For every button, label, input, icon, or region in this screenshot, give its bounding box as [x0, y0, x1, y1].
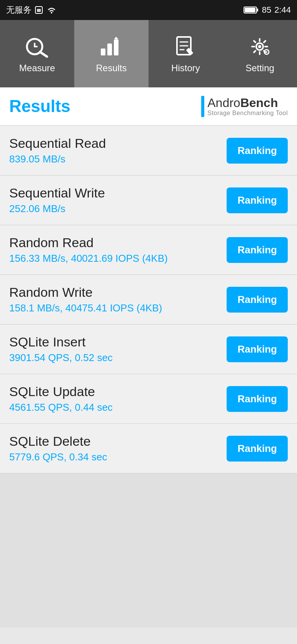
result-value: 839.05 MB/s	[9, 153, 227, 165]
svg-line-29	[254, 51, 255, 52]
svg-rect-4	[257, 8, 258, 12]
ranking-button[interactable]: Ranking	[227, 287, 288, 313]
results-title: Results	[9, 97, 70, 116]
ranking-button[interactable]: Ranking	[227, 386, 288, 412]
nav-item-results[interactable]: Results	[74, 20, 148, 87]
nav-bar: Measure Results	[0, 20, 297, 87]
result-name: SQLite Insert	[9, 335, 227, 350]
result-name: Random Write	[9, 285, 227, 300]
result-row: SQLite Insert3901.54 QPS, 0.52 secRankin…	[0, 325, 297, 374]
time: 2:44	[274, 5, 291, 15]
result-row: Sequential Write252.06 MB/sRanking	[0, 176, 297, 225]
brand-bar	[201, 96, 204, 117]
svg-rect-1	[37, 9, 41, 12]
result-name: Sequential Read	[9, 136, 227, 151]
result-value: 156.33 MB/s, 40021.69 IOPS (4KB)	[9, 253, 227, 264]
svg-point-31	[266, 51, 267, 53]
nav-item-history[interactable]: History	[148, 20, 223, 87]
svg-rect-12	[114, 40, 118, 55]
result-info: SQLite Delete5779.6 QPS, 0.34 sec	[9, 434, 227, 463]
result-row: SQLite Delete5779.6 QPS, 0.34 secRanking	[0, 424, 297, 473]
nav-item-setting[interactable]: Setting	[223, 20, 297, 87]
status-left: 无服务	[6, 4, 57, 16]
result-value: 252.06 MB/s	[9, 203, 227, 215]
brand-text: AndroBench Storage Benchmarking Tool	[207, 96, 288, 117]
svg-line-26	[254, 41, 255, 42]
results-icon	[98, 34, 125, 59]
wifi-icon	[46, 6, 57, 14]
bottom-area	[0, 473, 297, 627]
result-value: 4561.55 QPS, 0.44 sec	[9, 401, 227, 413]
result-info: Random Write158.1 MB/s, 40475.41 IOPS (4…	[9, 285, 227, 314]
svg-rect-11	[107, 43, 112, 55]
brand-sub: Storage Benchmarking Tool	[207, 110, 288, 117]
svg-point-21	[258, 45, 261, 48]
result-row: Sequential Read839.05 MB/sRanking	[0, 126, 297, 176]
result-info: Random Read156.33 MB/s, 40021.69 IOPS (4…	[9, 235, 227, 264]
svg-rect-5	[245, 8, 255, 12]
results-label: Results	[96, 63, 127, 74]
result-name: SQLite Update	[9, 384, 227, 399]
result-info: SQLite Insert3901.54 QPS, 0.52 sec	[9, 335, 227, 364]
svg-point-2	[51, 12, 52, 13]
result-row: Random Write158.1 MB/s, 40475.41 IOPS (4…	[0, 275, 297, 325]
no-service-text: 无服务	[6, 4, 32, 16]
history-icon	[172, 34, 199, 59]
setting-label: Setting	[245, 63, 274, 74]
battery-icon	[244, 6, 259, 14]
ranking-button[interactable]: Ranking	[227, 138, 288, 164]
svg-line-28	[264, 41, 265, 42]
result-value: 5779.6 QPS, 0.34 sec	[9, 451, 227, 463]
results-header: Results AndroBench Storage Benchmarking …	[0, 87, 297, 126]
result-row: SQLite Update4561.55 QPS, 0.44 secRankin…	[0, 374, 297, 424]
setting-icon	[247, 34, 274, 59]
history-label: History	[171, 63, 200, 74]
brand-logo: AndroBench Storage Benchmarking Tool	[201, 96, 288, 117]
sim-icon	[35, 6, 43, 14]
results-list: Sequential Read839.05 MB/sRankingSequent…	[0, 126, 297, 473]
battery-level: 85	[262, 5, 271, 15]
result-name: SQLite Delete	[9, 434, 227, 449]
ranking-button[interactable]: Ranking	[227, 336, 288, 362]
status-right: 85 2:44	[244, 5, 291, 15]
result-name: Sequential Write	[9, 186, 227, 201]
result-value: 158.1 MB/s, 40475.41 IOPS (4KB)	[9, 302, 227, 314]
measure-icon	[24, 34, 51, 59]
svg-rect-10	[101, 49, 105, 55]
ranking-button[interactable]: Ranking	[227, 187, 288, 213]
result-info: SQLite Update4561.55 QPS, 0.44 sec	[9, 384, 227, 413]
measure-label: Measure	[19, 63, 55, 74]
result-info: Sequential Write252.06 MB/s	[9, 186, 227, 215]
ranking-button[interactable]: Ranking	[227, 237, 288, 263]
nav-item-measure[interactable]: Measure	[0, 20, 74, 87]
result-info: Sequential Read839.05 MB/s	[9, 136, 227, 165]
brand-name: AndroBench	[207, 96, 288, 110]
result-name: Random Read	[9, 235, 227, 250]
status-bar: 无服务 85 2:44	[0, 0, 297, 20]
svg-line-7	[40, 52, 47, 57]
result-row: Random Read156.33 MB/s, 40021.69 IOPS (4…	[0, 225, 297, 275]
ranking-button[interactable]: Ranking	[227, 436, 288, 462]
result-value: 3901.54 QPS, 0.52 sec	[9, 352, 227, 364]
